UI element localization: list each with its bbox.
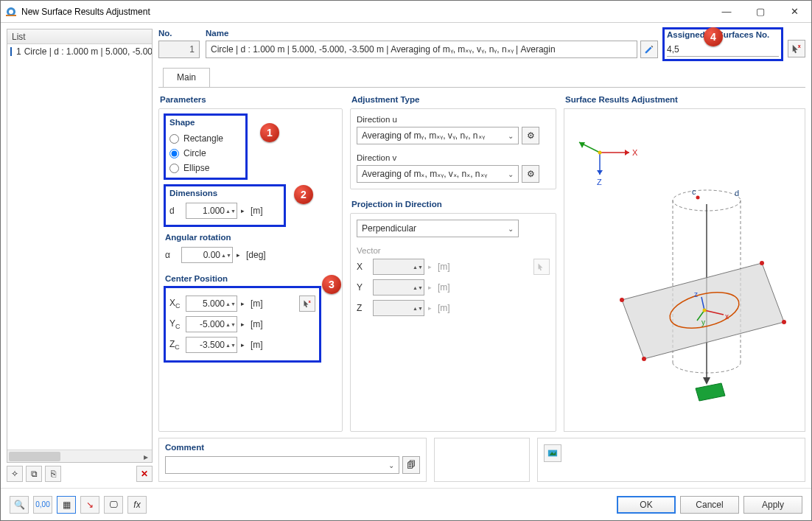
shape-title: Shape	[169, 118, 242, 127]
d-unit: [m]	[251, 206, 263, 216]
vector-y-input: ▲▼	[373, 279, 424, 296]
copy-item-button[interactable]: ⎘	[45, 466, 61, 482]
list-horizontal-scrollbar[interactable]: ▸	[7, 450, 152, 462]
svg-text:Z: Z	[597, 178, 602, 186]
function-button[interactable]: fx	[127, 496, 147, 514]
callout-1: 1	[260, 123, 279, 142]
svg-point-1	[9, 10, 13, 14]
minimize-button[interactable]: —	[710, 1, 743, 23]
comment-library-button[interactable]: 🗐	[402, 456, 420, 474]
list-item-label: Circle | d : 1.000 m | 5.000, -5.00	[24, 46, 152, 57]
direction-v-settings-button[interactable]: ⚙	[522, 165, 539, 183]
alpha-unit: [deg]	[246, 250, 266, 260]
xc-input[interactable]: 5.000▲▼	[186, 296, 237, 312]
direction-v-dropdown[interactable]: Averaging of mₓ, mₓᵧ, vₓ, nₓ, nₓᵧ⌄	[357, 165, 519, 183]
shape-ellipse-radio[interactable]: Ellipse	[169, 161, 242, 175]
vector-x-unit: [m]	[438, 262, 450, 272]
note-icon: 🗐	[407, 460, 416, 470]
pick-arrow-icon	[537, 262, 546, 271]
maximize-button[interactable]: ▢	[743, 1, 777, 23]
d-input[interactable]: 1.000▲▼	[186, 203, 237, 219]
zc-input[interactable]: -3.500▲▼	[186, 337, 237, 353]
preview-settings-button[interactable]	[544, 444, 561, 462]
name-field[interactable]: Circle | d : 1.000 m | 5.000, -5.000, -3…	[206, 41, 637, 58]
xc-label: XC	[169, 298, 186, 310]
alpha-menu-button[interactable]: ▸	[233, 247, 243, 263]
apply-button[interactable]: Apply	[743, 496, 802, 514]
vector-y-menu-button: ▸	[424, 279, 435, 296]
adjustment-type-title: Adjustment Type	[351, 95, 556, 104]
list-item-color-icon	[10, 47, 12, 56]
svg-point-14	[598, 150, 602, 154]
d-label: d	[169, 206, 186, 216]
yc-menu-button[interactable]: ▸	[237, 316, 248, 332]
axes-icon: ↘	[86, 500, 94, 510]
shape-circle-radio[interactable]: Circle	[169, 146, 242, 161]
new-item-button[interactable]: ✧	[7, 466, 23, 482]
preview-title: Surface Results Adjustment	[565, 95, 805, 104]
dialog-footer: 🔍 0,00 ▦ ↘ 🖵 fx OK Cancel Apply	[1, 488, 811, 520]
svg-text:c: c	[692, 187, 696, 196]
units-button[interactable]: 0,00	[33, 496, 52, 514]
search-doc-icon: 🔍	[14, 500, 25, 510]
shape-rectangle-radio[interactable]: Rectangle	[169, 131, 242, 146]
cancel-button[interactable]: Cancel	[680, 496, 739, 514]
svg-marker-6	[625, 150, 629, 155]
vector-x-input: ▲▼	[373, 259, 424, 275]
xc-menu-button[interactable]: ▸	[237, 296, 248, 312]
duplicate-item-button[interactable]: ⧉	[26, 466, 42, 482]
assigned-surfaces-field[interactable]: 4,5	[667, 42, 779, 57]
projection-dropdown[interactable]: Perpendicular⌄	[357, 220, 519, 237]
pencil-icon	[644, 44, 654, 55]
pick-surfaces-button[interactable]: x	[788, 40, 805, 57]
monitor-icon: 🖵	[109, 500, 118, 510]
dimensions-title: Dimensions	[169, 189, 280, 197]
display-button[interactable]: 🖵	[104, 496, 123, 514]
pick-center-button[interactable]: x	[299, 296, 315, 312]
svg-point-25	[760, 261, 764, 265]
yc-input[interactable]: -5.000▲▼	[186, 316, 237, 332]
vector-y-unit: [m]	[438, 282, 450, 293]
zc-menu-button[interactable]: ▸	[237, 337, 248, 353]
xc-unit: [m]	[251, 298, 263, 309]
d-menu-button[interactable]: ▸	[237, 203, 248, 219]
window-title: New Surface Results Adjustment	[21, 7, 150, 17]
svg-text:X: X	[632, 148, 638, 157]
help-button[interactable]: 🔍	[10, 496, 29, 514]
svg-point-27	[642, 357, 646, 361]
gear-icon: ⚙	[527, 169, 535, 179]
delete-item-button[interactable]: ✕	[136, 466, 153, 482]
title-bar: New Surface Results Adjustment — ▢ ✕	[1, 1, 811, 23]
ok-button[interactable]: OK	[617, 496, 676, 514]
no-label: No.	[158, 29, 200, 38]
preview-illustration: X Y Z	[578, 130, 791, 410]
direction-u-dropdown[interactable]: Averaging of mᵧ, mₓᵧ, vᵧ, nᵧ, nₓᵧ⌄	[357, 127, 519, 144]
grid-toggle-button[interactable]: ▦	[57, 496, 76, 514]
close-button[interactable]: ✕	[777, 1, 811, 23]
direction-u-label: Direction u	[357, 115, 550, 124]
direction-u-settings-button[interactable]: ⚙	[522, 127, 539, 144]
vector-z-unit: [m]	[438, 303, 450, 313]
app-icon	[5, 6, 17, 18]
vector-z-input: ▲▼	[373, 300, 424, 316]
svg-text:z: z	[694, 290, 698, 298]
center-position-title: Center Position	[165, 274, 336, 283]
yc-unit: [m]	[251, 319, 263, 329]
edit-name-button[interactable]	[640, 41, 658, 58]
alpha-input[interactable]: 0.00▲▼	[181, 247, 233, 263]
alpha-label: α	[165, 250, 181, 260]
vector-label: Vector	[357, 246, 550, 255]
list-panel: List 1 Circle | d : 1.000 m | 5.000, -5.…	[7, 29, 153, 463]
svg-rect-2	[6, 15, 16, 16]
tab-strip: Main	[158, 67, 805, 88]
preview-viewport: X Y Z	[564, 108, 805, 432]
comment-title: Comment	[165, 443, 420, 452]
comment-dropdown[interactable]: ⌄	[165, 456, 399, 474]
zc-label: ZC	[169, 339, 186, 351]
grid-icon: ▦	[63, 500, 71, 510]
list-header: List	[7, 29, 152, 44]
gear-icon: ⚙	[527, 130, 535, 141]
axes-button[interactable]: ↘	[80, 496, 99, 514]
list-item[interactable]: 1 Circle | d : 1.000 m | 5.000, -5.00	[7, 44, 152, 59]
tab-main[interactable]: Main	[163, 68, 210, 87]
